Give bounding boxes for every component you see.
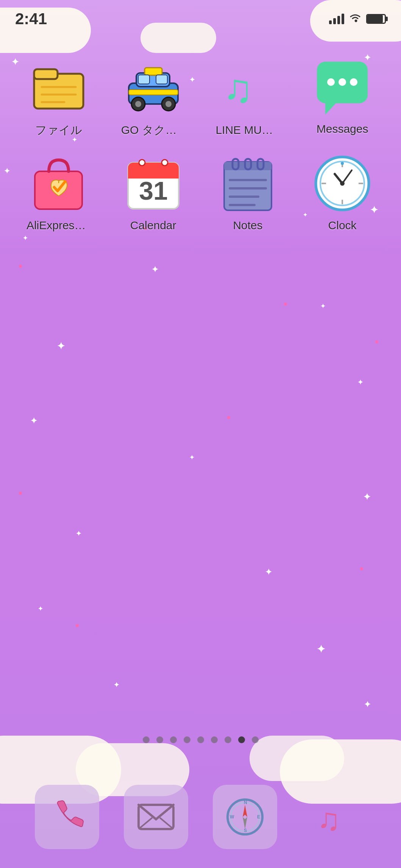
app-icon-files xyxy=(28,57,89,117)
app-icon-notes xyxy=(217,153,278,214)
page-dot-4[interactable] xyxy=(184,736,190,743)
pink-dot-1 xyxy=(19,265,22,268)
page-dots xyxy=(0,736,401,743)
signal-bar-1 xyxy=(329,20,332,24)
wifi-icon xyxy=(349,12,362,26)
app-label-messages: Messages xyxy=(317,123,368,135)
music-note-icon: ♫ xyxy=(315,798,353,836)
dock-item-phone[interactable] xyxy=(35,785,99,849)
app-icon-calendar: 31 xyxy=(123,153,184,214)
app-grid: ファイル GO タクシーが呼 xyxy=(0,49,401,239)
page-dot-7[interactable] xyxy=(225,736,231,743)
pink-dot-3 xyxy=(227,416,230,419)
svg-text:31: 31 xyxy=(139,176,168,205)
app-label-aliexpress: AliExpress - Sh xyxy=(27,219,91,232)
app-icon-aliexpress xyxy=(28,153,89,214)
dock: N S E W ♫ xyxy=(0,777,401,857)
svg-point-46 xyxy=(341,162,344,165)
pink-dot-7 xyxy=(284,303,287,306)
dock-item-mail[interactable] xyxy=(124,785,188,849)
app-icon-messages xyxy=(312,57,373,117)
svg-point-18 xyxy=(327,78,335,86)
svg-text:♫: ♫ xyxy=(317,802,340,836)
app-item-linemusic[interactable]: ♫ LINE MUSIC 音楽 xyxy=(204,57,292,138)
signal-bar-3 xyxy=(337,16,340,24)
app-label-notes: Notes xyxy=(233,219,262,232)
signal-bar-4 xyxy=(342,14,344,24)
pink-dot-4 xyxy=(19,492,22,495)
svg-line-49 xyxy=(160,818,173,829)
svg-text:E: E xyxy=(257,814,260,820)
svg-line-48 xyxy=(139,818,152,829)
app-item-aliexpress[interactable]: AliExpress - Sh xyxy=(15,153,102,232)
status-icons xyxy=(329,12,386,26)
svg-marker-52 xyxy=(243,805,247,817)
battery-fill xyxy=(367,15,383,23)
app-item-notes[interactable]: Notes xyxy=(204,153,292,232)
dock-item-safari[interactable]: N S E W xyxy=(213,785,277,849)
app-label-calendar: Calendar xyxy=(130,219,176,232)
status-bar: 2:41 xyxy=(0,0,401,30)
svg-rect-8 xyxy=(138,75,150,84)
mail-icon xyxy=(137,802,175,832)
svg-rect-14 xyxy=(129,90,178,95)
signal-bars-icon xyxy=(329,14,344,24)
pink-dot-8 xyxy=(76,624,79,627)
app-label-clock: Clock xyxy=(328,219,357,232)
app-label-linemusic: LINE MUSIC 音楽 xyxy=(215,123,280,138)
svg-marker-17 xyxy=(325,103,336,115)
app-icon-taxi xyxy=(123,57,184,117)
app-label-taxi: GO タクシーが呼 xyxy=(121,123,186,138)
page-dot-3[interactable] xyxy=(170,736,177,743)
compass-icon: N S E W xyxy=(226,798,264,836)
page-dot-9[interactable] xyxy=(252,736,259,743)
app-icon-clock xyxy=(312,153,373,214)
app-item-clock[interactable]: Clock xyxy=(299,153,386,232)
svg-text:W: W xyxy=(230,814,234,820)
dock-item-music[interactable]: ♫ xyxy=(302,785,366,849)
svg-rect-1 xyxy=(34,69,58,79)
svg-text:N: N xyxy=(244,800,247,805)
svg-point-13 xyxy=(165,101,172,107)
svg-point-26 xyxy=(162,160,168,166)
app-item-taxi[interactable]: GO タクシーが呼 xyxy=(110,57,197,138)
svg-text:♫: ♫ xyxy=(223,66,253,110)
app-item-messages[interactable]: Messages xyxy=(299,57,386,138)
page-dot-8[interactable] xyxy=(238,736,245,743)
svg-point-20 xyxy=(350,78,357,86)
app-icon-linemusic: ♫ xyxy=(217,57,278,117)
svg-marker-53 xyxy=(243,817,247,829)
signal-bar-2 xyxy=(333,18,336,24)
app-item-calendar[interactable]: 31 Calendar xyxy=(110,153,197,232)
svg-rect-9 xyxy=(156,75,167,84)
page-dot-5[interactable] xyxy=(197,736,204,743)
svg-point-11 xyxy=(135,101,141,107)
pink-dot-5 xyxy=(360,567,363,570)
pink-dot-2 xyxy=(375,340,378,343)
status-time: 2:41 xyxy=(15,10,47,28)
page-dot-1[interactable] xyxy=(143,736,150,743)
svg-text:S: S xyxy=(244,828,247,833)
phone-icon xyxy=(50,800,84,834)
page-dot-6[interactable] xyxy=(211,736,218,743)
svg-point-25 xyxy=(139,160,145,166)
svg-rect-7 xyxy=(145,68,162,75)
svg-point-19 xyxy=(339,78,346,86)
app-label-files: ファイル xyxy=(35,123,82,138)
battery-icon xyxy=(366,14,386,24)
app-item-files[interactable]: ファイル xyxy=(15,57,102,138)
svg-point-45 xyxy=(340,181,345,186)
page-dot-2[interactable] xyxy=(156,736,163,743)
